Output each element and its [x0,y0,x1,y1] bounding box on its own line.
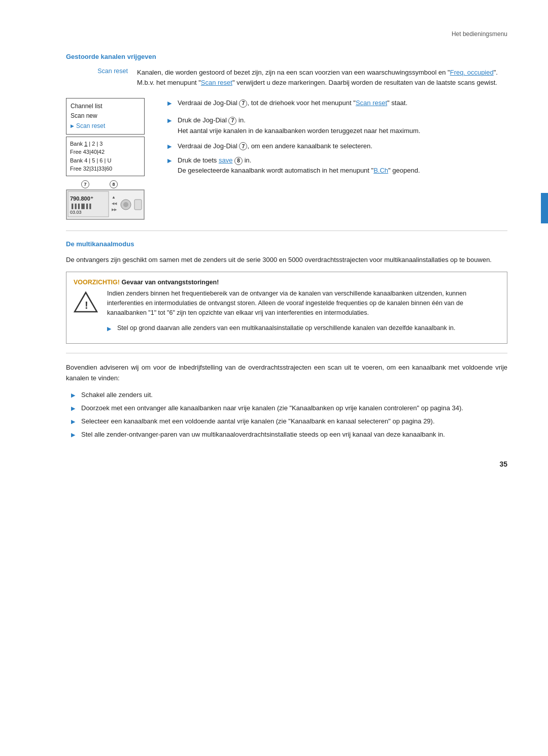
bank-row-3: Bank 4 | 5 | 6 | U [70,156,141,165]
bottom-bullet-4: ▶ Stel alle zender-ontvanger-paren van u… [71,430,507,440]
caution-label: VOORZICHTIG! [74,279,120,286]
svg-text:▐▐▐▐▌▌▌: ▐▐▐▐▌▌▌ [70,203,93,209]
section2-heading: De multikanaalmodus [66,240,507,248]
warning-inner: ! Indien zenders binnen het frequentiebe… [74,289,500,338]
menu-scan-reset: Scan reset [71,121,140,131]
device-column: Channel list Scan new Scan reset Bank 1 … [66,98,152,221]
bottom-bullet-text-4: Stel alle zender-ontvanger-paren van uw … [81,430,507,440]
bottom-bullet-list: ▶ Schakel alle zenders uit. ▶ Doorzoek m… [71,390,507,440]
bullet-arrow-3: ▶ [167,142,174,151]
circle-7: 7 [81,180,89,188]
bullet-4-sub: De geselecteerde kanaalbank wordt automa… [178,167,420,174]
svg-text:▶▶: ▶▶ [112,208,117,211]
header-text: Het bedieningsmenu [452,30,507,38]
bottom-bullet-2: ▶ Doorzoek met een ontvanger alle kanaal… [71,403,507,413]
circle-8: 8 [110,180,118,188]
bullet-2-sub: Het aantal vrije kanalen in de kanaalban… [178,127,420,135]
bank-row-4: Free 32|31|33|60 [70,165,141,173]
bank-display: Bank 1 | 2 | 3 Free 43|40|42 Bank 4 | 5 … [66,137,145,176]
scan-reset-intro-text: Kanalen, die worden gestoord of bezet zi… [137,68,507,88]
circle-7-inline: 7 [239,100,247,108]
bank-label-1: Bank 1 | 2 | 3 [70,140,102,148]
bottom-bullet-arrow-1: ▶ [71,391,77,400]
svg-text:!: ! [85,300,88,311]
warning-body-text: Indien zenders binnen het frequentiebere… [107,289,500,318]
bullet-text-1: Verdraai de Jog-Dial 7, tot de driehoek … [178,98,507,108]
page-number: 35 [0,460,548,468]
svg-rect-8 [134,200,142,210]
bullet-arrow-4: ▶ [167,156,174,165]
section2-intro: De ontvangers zijn geschikt om samen met… [66,255,507,266]
warning-bullet-arrow: ▶ [107,324,113,333]
warning-sub-text: Stel op grond daarvan alle zenders van e… [117,323,455,333]
svg-text:◀◀: ◀◀ [112,202,117,205]
bullet-text-4: Druk de toets save 8 in. De geselecteerd… [178,155,507,176]
warning-triangle-icon: ! [74,289,99,315]
warning-text-block: Indien zenders binnen het frequentiebere… [107,289,500,338]
section1-heading: Gestoorde kanalen vrijgeven [66,53,507,60]
bullet-text-2: Druk de Jog-Dial 7 in. Het aantal vrije … [178,115,507,136]
svg-point-7 [123,202,128,207]
bottom-bullet-1: ▶ Schakel alle zenders uit. [71,390,507,400]
content-area: Gestoorde kanalen vrijgeven Scan reset K… [0,53,548,440]
warning-sub-bullet: ▶ Stel op grond daarvan alle zenders van… [107,323,500,333]
freq-occupied-link: Freq. occupied [450,69,494,76]
section2-body2: Bovendien adviseren wij om voor de inbed… [66,363,507,384]
divider-2 [66,353,507,353]
section-indicator [541,193,548,223]
scan-reset-label: Scan reset [66,68,137,88]
svg-text:▲: ▲ [112,195,116,200]
device-labels: 7 8 [81,180,152,188]
bottom-bullet-3: ▶ Selecteer een kanaalbank met een voldo… [71,416,507,426]
bullet-4: ▶ Druk de toets save 8 in. De geselectee… [167,155,507,176]
warning-header: VOORZICHTIG! Gevaar van ontvangststoring… [74,278,500,286]
menu-channel-list: Channel list [71,102,140,111]
circle-7-inline2: 7 [228,117,236,125]
warning-box-content: VOORZICHTIG! Gevaar van ontvangststoring… [74,278,500,338]
device-bullets-row: Channel list Scan new Scan reset Bank 1 … [66,98,507,221]
scan-reset-link2: Scan reset [356,99,387,107]
bank-label-2: Bank 4 | 5 | 6 | U [70,156,111,165]
circle-7-inline3: 7 [239,142,247,150]
bank-row-2: Free 43|40|42 [70,148,141,156]
scan-reset-link: Scan reset [201,79,232,86]
radio-device-svg: 790.800⁺ ▐▐▐▐▌▌▌ 03.03 ▲ ◀◀ ▶▶ [66,189,145,220]
scan-reset-intro-row: Scan reset Kanalen, die worden gestoord … [66,68,507,88]
bullet-arrow-1: ▶ [167,99,174,108]
bullet-3: ▶ Verdraai de Jog-Dial 7, om een andere … [167,141,507,151]
bottom-bullet-arrow-3: ▶ [71,417,77,426]
bullets-column: ▶ Verdraai de Jog-Dial 7, tot de driehoe… [167,98,507,180]
svg-text:790.800⁺: 790.800⁺ [70,195,93,202]
bottom-bullet-text-2: Doorzoek met een ontvanger alle kanaalba… [81,403,507,413]
free-label-1: Free 43|40|42 [70,148,105,156]
svg-text:03.03: 03.03 [70,210,82,215]
page: Het bedieningsmenu Gestoorde kanalen vri… [0,0,548,756]
radio-device-container: 790.800⁺ ▐▐▐▐▌▌▌ 03.03 ▲ ◀◀ ▶▶ [66,189,152,221]
warning-box: VOORZICHTIG! Gevaar van ontvangststoring… [66,272,507,344]
menu-scan-new: Scan new [71,111,140,121]
bullet-text-3: Verdraai de Jog-Dial 7, om een andere ka… [178,141,507,151]
warning-title: Gevaar van ontvangststoringen! [122,279,219,286]
page-header: Het bedieningsmenu [0,20,548,38]
bottom-bullet-text-1: Schakel alle zenders uit. [81,390,507,400]
save-link: save [219,156,232,164]
menu-display: Channel list Scan new Scan reset [66,98,145,135]
divider-1 [66,231,507,231]
bullet-2: ▶ Druk de Jog-Dial 7 in. Het aantal vrij… [167,115,507,136]
bottom-bullet-text-3: Selecteer een kanaalbank met een voldoen… [81,416,507,426]
bch-link: B.Ch [373,167,388,174]
bottom-bullet-arrow-4: ▶ [71,431,77,439]
bottom-bullet-arrow-2: ▶ [71,404,77,413]
circle-8-inline: 8 [234,157,243,165]
bullet-arrow-2: ▶ [167,116,174,125]
bank-row-1: Bank 1 | 2 | 3 [70,140,141,148]
triangle-svg: ! [74,291,98,313]
free-label-2: Free 32|31|33|60 [70,165,112,173]
bullet-1: ▶ Verdraai de Jog-Dial 7, tot de driehoe… [167,98,507,108]
